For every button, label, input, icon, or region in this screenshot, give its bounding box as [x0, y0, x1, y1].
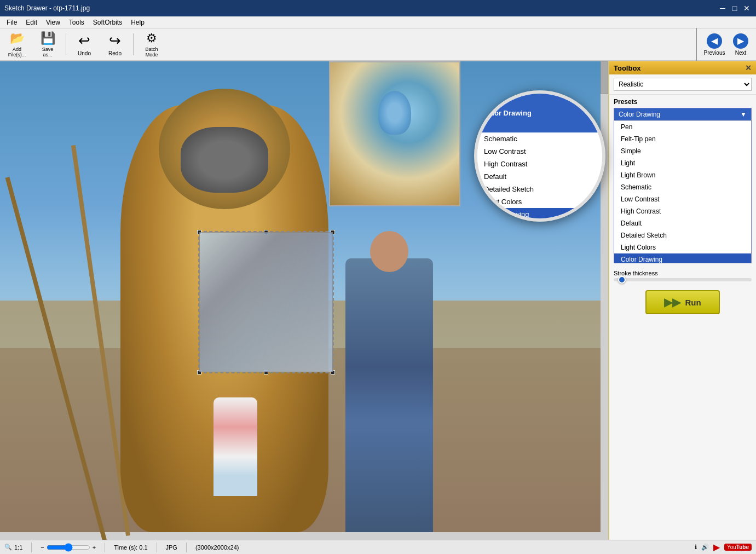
save-as-button[interactable]: 💾 Saveas... — [33, 30, 62, 59]
preset-item-low-contrast[interactable]: Low Contrast — [614, 193, 751, 205]
stroke-thickness-slider-area: Stroke thickness — [609, 268, 756, 284]
mag-item-schematic[interactable]: Schematic — [477, 132, 602, 145]
preset-item-light-brown[interactable]: Light Brown — [614, 169, 751, 181]
preset-item-schematic[interactable]: Schematic — [614, 181, 751, 193]
zoom-status: 🔍 1:1 — [4, 544, 22, 551]
format-value: JPG — [166, 544, 177, 551]
realistic-dropdown-area: Realistic — [609, 74, 756, 95]
menu-help[interactable]: Help — [126, 18, 149, 27]
add-files-button[interactable]: 📂 AddFile(s)... — [2, 30, 32, 59]
save-label: Saveas... — [42, 47, 54, 57]
next-button[interactable]: ▶ Next — [728, 30, 754, 59]
zoom-value: 1:1 — [14, 544, 22, 551]
add-files-label: AddFile(s)... — [8, 47, 26, 57]
batch-label: BatchMode — [145, 47, 158, 57]
toolbar-separator-2 — [133, 33, 134, 55]
time-value: Time (s): 0.1 — [114, 544, 147, 551]
zoom-plus-icon[interactable]: + — [93, 544, 96, 551]
batch-mode-button[interactable]: ⚙ BatchMode — [137, 30, 166, 59]
app-title: Sketch Drawer - otp-1711.jpg — [4, 4, 90, 12]
title-bar: Sketch Drawer - otp-1711.jpg ─ □ ✕ — [0, 0, 756, 16]
play-icon[interactable]: ▶ — [713, 542, 720, 552]
girl-figure — [213, 397, 257, 496]
preset-item-simple[interactable]: Simple — [614, 145, 751, 157]
statusbar: 🔍 1:1 − + Time (s): 0.1 JPG (3000x2000x2… — [0, 540, 756, 554]
undo-label: Undo — [78, 50, 91, 56]
save-icon: 💾 — [41, 31, 55, 45]
status-sep-4 — [186, 543, 187, 552]
presets-label: Presets — [614, 98, 752, 106]
bird-preview-image — [330, 62, 459, 205]
zoom-slider-area[interactable]: − + — [41, 543, 96, 552]
preset-item-detailed-sketch[interactable]: Detailed Sketch — [614, 229, 751, 241]
toolbox-panel: Toolbox ✕ Realistic Presets Color Drawin… — [608, 61, 756, 540]
selected-preset-label: Color Drawing — [619, 111, 660, 118]
preset-dropdown-header[interactable]: Color Drawing ▼ — [614, 108, 751, 120]
info-icon[interactable]: ℹ — [695, 544, 697, 551]
canvas-horizontal-scrollbar[interactable] — [0, 532, 601, 540]
sound-icon[interactable]: 🔊 — [701, 544, 709, 551]
stroke-thickness-thumb[interactable] — [618, 276, 626, 284]
status-sep-1 — [31, 543, 32, 552]
dimensions-value: (3000x2000x24) — [195, 544, 239, 551]
previous-arrow-icon: ◀ — [707, 33, 722, 49]
preset-dropdown[interactable]: Color Drawing ▼ Pen Felt-Tip pen Simple … — [614, 108, 752, 263]
realistic-select[interactable]: Realistic — [614, 78, 752, 91]
preset-item-light[interactable]: Light — [614, 157, 751, 169]
toolbar: 📂 AddFile(s)... 💾 Saveas... ↩ Undo ↪ Red… — [0, 28, 756, 61]
menu-view[interactable]: View — [42, 18, 65, 27]
zoom-slider[interactable] — [47, 543, 90, 552]
nav-buttons: ◀ Previous ▶ Next — [696, 28, 754, 61]
format-status: JPG — [166, 544, 177, 551]
run-button-area: ▶▶ Run — [614, 290, 752, 314]
time-status: Time (s): 0.1 — [114, 544, 147, 551]
mag-item-low-contrast[interactable]: Low Contrast — [477, 145, 602, 158]
preset-item-color-drawing[interactable]: Color Drawing — [614, 253, 751, 263]
preset-item-default[interactable]: Default — [614, 217, 751, 229]
toolbox-close-button[interactable]: ✕ — [745, 64, 752, 72]
man-head — [370, 231, 408, 272]
selection-preview — [199, 232, 333, 372]
redo-icon: ↪ — [109, 32, 121, 49]
bird-body — [378, 91, 411, 135]
menu-tools[interactable]: Tools — [65, 18, 89, 27]
next-label: Next — [735, 50, 747, 56]
previous-button[interactable]: ◀ Previous — [701, 30, 728, 59]
toolbox-title: Toolbox — [614, 64, 641, 72]
selection-box[interactable] — [198, 231, 334, 373]
dimensions-status: (3000x2000x24) — [195, 544, 239, 551]
preset-item-felt-tip[interactable]: Felt-Tip pen — [614, 133, 751, 145]
zoom-minus-icon[interactable]: − — [41, 544, 44, 551]
status-sep-2 — [105, 543, 105, 552]
main-area: Toolbox ✕ Realistic Presets Color Drawin… — [0, 61, 756, 540]
run-arrow-icon: ▶▶ — [664, 296, 680, 309]
minimize-btn[interactable]: ─ — [718, 3, 728, 13]
next-arrow-icon: ▶ — [733, 33, 748, 49]
mag-item-high-contrast[interactable]: High Contrast — [477, 158, 602, 170]
close-btn[interactable]: ✕ — [742, 3, 752, 13]
preset-item-pen[interactable]: Pen — [614, 121, 751, 133]
redo-button[interactable]: ↪ Redo — [100, 30, 130, 59]
canvas-scrollbar-thumb[interactable] — [601, 61, 608, 94]
mag-item-default[interactable]: Default — [477, 170, 602, 183]
add-files-icon: 📂 — [10, 31, 25, 45]
window-controls: ─ □ ✕ — [718, 3, 752, 13]
menu-edit[interactable]: Edit — [21, 18, 42, 27]
stroke-thickness-track[interactable] — [614, 278, 752, 281]
mag-item-detailed-sketch[interactable]: Detailed Sketch — [477, 183, 602, 195]
menubar: File Edit View Tools SoftOrbits Help — [0, 16, 756, 28]
dropdown-arrow-icon: ▼ — [740, 111, 747, 118]
preview-card — [329, 61, 460, 206]
statusbar-right-icons: ℹ 🔊 ▶ YouTube — [695, 542, 752, 552]
canvas-vertical-scrollbar[interactable] — [601, 61, 608, 540]
stroke-thickness-label: Stroke thickness — [614, 270, 752, 276]
menu-softorbits[interactable]: SoftOrbits — [89, 18, 126, 27]
gorilla-face — [181, 127, 268, 193]
maximize-btn[interactable]: □ — [730, 3, 740, 13]
run-button[interactable]: ▶▶ Run — [645, 290, 719, 314]
youtube-icon[interactable]: YouTube — [724, 544, 752, 551]
menu-file[interactable]: File — [2, 18, 21, 27]
preset-item-light-colors[interactable]: Light Colors — [614, 241, 751, 253]
undo-button[interactable]: ↩ Undo — [70, 30, 99, 59]
preset-item-high-contrast[interactable]: High Contrast — [614, 205, 751, 217]
